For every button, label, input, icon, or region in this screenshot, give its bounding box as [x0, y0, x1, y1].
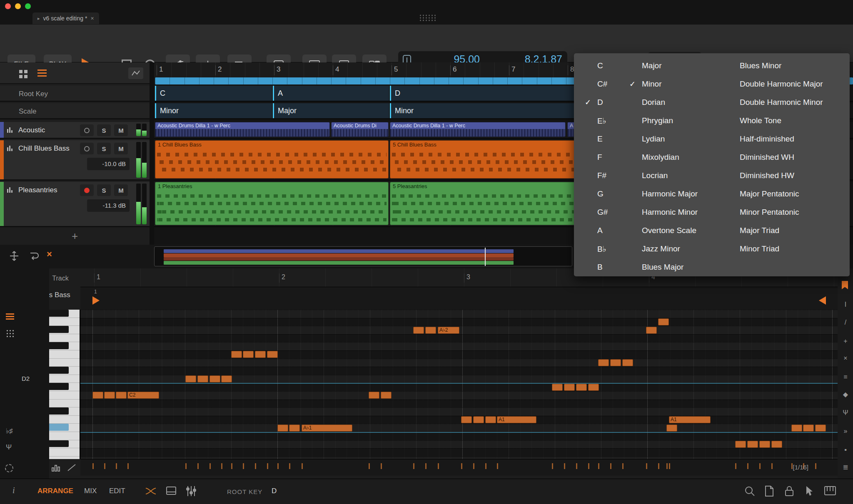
arm-button[interactable]	[80, 184, 94, 196]
piano-keyboard[interactable]	[49, 310, 80, 459]
midi-note[interactable]	[610, 359, 621, 366]
clip-end-marker[interactable]	[819, 296, 826, 305]
piano-key[interactable]	[49, 432, 80, 440]
root-key-option[interactable]: F#	[585, 166, 608, 185]
arrangement-overview[interactable]	[154, 246, 572, 266]
piano-key[interactable]	[49, 400, 80, 408]
mixer-sliders-icon[interactable]	[186, 485, 197, 499]
velocity-tick[interactable]	[473, 463, 474, 469]
scale-option[interactable]: Major Triad	[740, 221, 823, 240]
scale-option[interactable]: Half-diminished	[740, 130, 823, 148]
midi-note[interactable]	[735, 441, 746, 448]
scale-option[interactable]: Harmonic Major	[629, 185, 698, 203]
clear-arrangement-icon[interactable]: ×	[47, 249, 52, 260]
midi-note[interactable]	[658, 318, 669, 325]
scale-option[interactable]: Diminished HW	[740, 166, 823, 185]
velocity-tick[interactable]	[302, 463, 303, 469]
root-key-option[interactable]: ✓ D	[585, 93, 608, 112]
editor-menu-icon[interactable]	[6, 313, 14, 315]
midi-note[interactable]: A1	[497, 416, 536, 423]
scale-option[interactable]: Major Pentatonic	[740, 185, 823, 203]
velocity-tick[interactable]	[243, 463, 244, 469]
piano-key[interactable]	[49, 440, 80, 449]
black-key[interactable]	[49, 342, 69, 349]
midi-note[interactable]	[243, 351, 254, 358]
midi-note[interactable]	[666, 425, 677, 432]
script-file-icon[interactable]	[764, 485, 775, 499]
midi-note[interactable]	[104, 392, 115, 399]
track-row[interactable]: Acoustic S M	[0, 122, 150, 139]
velocity-tick[interactable]	[588, 463, 589, 469]
velocity-tick[interactable]	[497, 463, 498, 469]
scale-option[interactable]: Dorian	[629, 93, 698, 112]
midi-note[interactable]	[369, 392, 379, 399]
scale-option[interactable]: Diminished WH	[740, 148, 823, 166]
midi-note[interactable]	[598, 359, 609, 366]
black-key[interactable]	[49, 326, 69, 333]
mute-button[interactable]: M	[114, 143, 128, 154]
velocity-tick[interactable]	[771, 463, 773, 469]
track-volume-value[interactable]: -11.3 dB	[87, 199, 130, 212]
root-key-option[interactable]: G#	[585, 203, 608, 221]
scale-option[interactable]: Whole Tone	[740, 112, 823, 130]
piano-icon[interactable]	[824, 485, 836, 498]
black-key[interactable]	[49, 440, 69, 447]
ramp-icon[interactable]	[67, 463, 76, 474]
velocity-tick[interactable]	[210, 463, 211, 469]
add-track-row[interactable]: +	[0, 229, 150, 244]
overview-playhead[interactable]	[485, 248, 486, 266]
editor-marker-row[interactable]: 1	[80, 287, 838, 310]
velocity-tick[interactable]	[92, 463, 94, 469]
midi-note[interactable]	[485, 416, 496, 423]
midi-note[interactable]: C2	[127, 392, 159, 399]
scale-option[interactable]: Blues Minor	[740, 57, 823, 75]
midi-note[interactable]	[622, 359, 633, 366]
track-panel-menu-icon[interactable]	[37, 70, 47, 71]
velocity-tick[interactable]	[255, 463, 256, 469]
piano-key[interactable]	[49, 407, 80, 416]
minimize-window-button[interactable]	[15, 3, 21, 9]
midi-note[interactable]	[552, 384, 563, 391]
solo-button[interactable]: S	[97, 184, 111, 196]
pointer-icon[interactable]	[804, 485, 815, 499]
midi-note[interactable]	[231, 351, 242, 358]
piano-key[interactable]	[49, 367, 80, 375]
midi-note[interactable]	[747, 441, 758, 448]
piano-key[interactable]	[49, 318, 80, 326]
track-name[interactable]: Acoustic	[18, 126, 77, 134]
root-key-segment[interactable]: A	[273, 86, 389, 101]
velocity-tick[interactable]	[735, 463, 736, 469]
midi-note[interactable]	[425, 327, 436, 334]
layer-options-icon[interactable]: ≣	[841, 463, 850, 472]
velocity-tick[interactable]	[658, 463, 659, 469]
black-key[interactable]	[49, 367, 69, 374]
midi-note[interactable]	[255, 351, 266, 358]
zoom-fit-icon[interactable]	[9, 251, 19, 263]
solo-button[interactable]: S	[97, 124, 111, 136]
velocity-tick[interactable]	[646, 463, 647, 469]
root-key-option[interactable]: B♭	[585, 240, 608, 258]
midi-note[interactable]: A♭1	[302, 425, 352, 432]
follow-playhead-icon[interactable]	[29, 251, 40, 263]
piano-key[interactable]	[49, 359, 80, 367]
velocity-tick[interactable]	[267, 463, 268, 469]
grid-view-icon[interactable]	[19, 70, 22, 73]
midi-note[interactable]	[381, 392, 392, 399]
track-row[interactable]: Pleasantries S M -11.3 dB	[0, 182, 150, 227]
select-tool-icon[interactable]: ≡	[841, 373, 850, 381]
panel-layout-icon[interactable]	[166, 485, 177, 498]
velocity-tick[interactable]	[598, 463, 599, 469]
lock-icon[interactable]	[784, 485, 795, 499]
midi-note[interactable]	[116, 392, 127, 399]
velocity-tick[interactable]	[576, 463, 577, 469]
velocity-tick[interactable]	[552, 463, 553, 469]
velocity-tick[interactable]	[127, 463, 129, 469]
scale-option[interactable]: Harmonic Minor	[629, 203, 698, 221]
black-key[interactable]	[49, 424, 69, 431]
piano-key[interactable]	[49, 326, 80, 334]
velocity-tick[interactable]	[381, 463, 382, 469]
grid-options-icon[interactable]	[6, 329, 14, 338]
root-key-segment[interactable]: C	[155, 86, 272, 101]
piano-key[interactable]	[49, 342, 80, 350]
mute-button[interactable]: M	[114, 124, 128, 136]
